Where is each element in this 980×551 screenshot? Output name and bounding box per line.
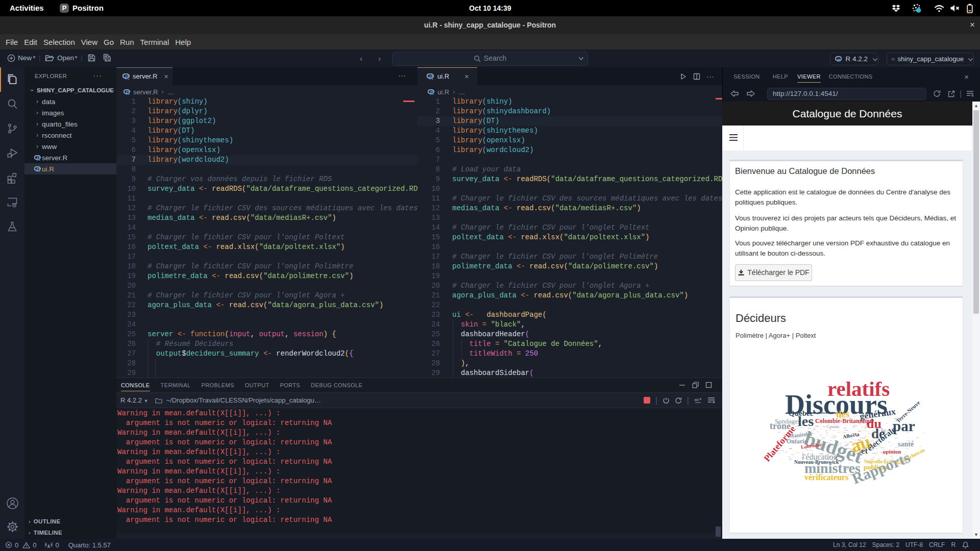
svg-text:R: R <box>126 90 130 95</box>
svg-text:R: R <box>36 167 40 171</box>
svg-text:R: R <box>430 90 434 95</box>
svg-text:R: R <box>837 58 841 62</box>
svg-text:ab: ab <box>694 397 699 402</box>
svg-text:R: R <box>429 74 433 79</box>
svg-text:R: R <box>125 74 129 79</box>
svg-text:R: R <box>36 156 40 160</box>
